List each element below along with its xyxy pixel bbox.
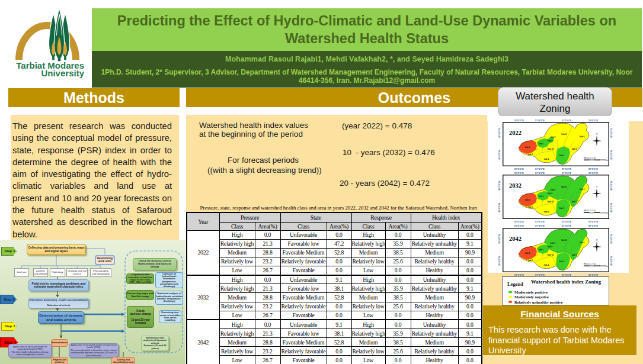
svg-text:36°5'0"N: 36°5'0"N (610, 256, 613, 266)
svg-text:2022: 2022 (509, 130, 522, 136)
svg-text:57°5'0"E: 57°5'0"E (535, 220, 545, 223)
svg-text:57°5'0"E: 57°5'0"E (562, 172, 571, 175)
svg-text:57°5'0"E: 57°5'0"E (514, 119, 524, 122)
svg-text:Sub-2: Sub-2 (572, 254, 577, 256)
svg-text:Sub-11: Sub-11 (561, 133, 567, 136)
svg-text:Sub-10: Sub-10 (548, 201, 554, 203)
svg-text:Km: Km (606, 265, 609, 268)
svg-text:57°5'0"E: 57°5'0"E (588, 167, 598, 170)
svg-text:57°5'0"E: 57°5'0"E (514, 172, 524, 175)
svg-text:36°5'0"N: 36°5'0"N (498, 203, 501, 212)
svg-text:Sub-9: Sub-9 (551, 136, 556, 138)
svg-text:Sub-10: Sub-10 (548, 148, 554, 150)
svg-text:57°5'0"E: 57°5'0"E (562, 220, 571, 223)
svg-text:Sub-1: Sub-1 (539, 143, 544, 145)
svg-text:Sub-5: Sub-5 (528, 259, 533, 262)
svg-text:Sub-2: Sub-2 (572, 148, 577, 150)
svg-text:57°5'0"E: 57°5'0"E (514, 167, 524, 170)
svg-text:Sub-9: Sub-9 (551, 189, 556, 191)
svg-text:Sub-4: Sub-4 (580, 136, 585, 138)
svg-text:Sub-6: Sub-6 (525, 252, 530, 255)
svg-text:Sub-3: Sub-3 (559, 207, 565, 210)
svg-text:57°5'0"E: 57°5'0"E (588, 172, 598, 175)
svg-text:Sub-8: Sub-8 (548, 140, 553, 142)
svg-text:Sub-4: Sub-4 (544, 264, 549, 266)
svg-text:57°5'0"E: 57°5'0"E (588, 220, 598, 223)
svg-text:2032: 2032 (509, 182, 522, 189)
svg-text:36°5'0"N: 36°5'0"N (610, 203, 613, 212)
svg-text:57°5'0"E: 57°5'0"E (562, 119, 571, 122)
svg-text:57°5'0"E: 57°5'0"E (588, 119, 598, 122)
svg-text:36°5'0"N: 36°5'0"N (610, 181, 613, 191)
svg-text:Sub-5: Sub-5 (528, 153, 533, 156)
svg-text:Sub-6: Sub-6 (525, 146, 530, 149)
svg-text:36°5'0"N: 36°5'0"N (610, 128, 613, 138)
svg-text:Sub-3: Sub-3 (559, 154, 565, 157)
svg-text:36°5'0"N: 36°5'0"N (498, 150, 501, 160)
svg-text:Sub-4: Sub-4 (580, 241, 585, 244)
svg-text:36°5'0"N: 36°5'0"N (610, 150, 613, 160)
svg-text:57°5'0"E: 57°5'0"E (562, 224, 571, 227)
svg-text:Sub-11: Sub-11 (561, 239, 567, 241)
svg-text:Sub-4: Sub-4 (544, 211, 549, 213)
svg-text:Moderately positive: Moderately positive (514, 290, 548, 294)
svg-text:57°5'0"E: 57°5'0"E (514, 220, 524, 223)
svg-text:Sub-6: Sub-6 (525, 199, 530, 201)
svg-text:Relatively unhealthy positive: Relatively unhealthy positive (514, 300, 562, 304)
svg-text:0 0.5 1 2 3 4: 0 0.5 1 2 3 4 (584, 157, 596, 159)
svg-text:Sub-5: Sub-5 (528, 206, 533, 208)
svg-text:36°5'0"N: 36°5'0"N (498, 256, 501, 266)
svg-text:Sub-4: Sub-4 (544, 158, 549, 160)
svg-text:Sub-8: Sub-8 (548, 246, 553, 248)
svg-text:Sub-4: Sub-4 (580, 188, 585, 191)
svg-text:Sub-2: Sub-2 (572, 201, 577, 203)
svg-text:Sub-11: Sub-11 (561, 186, 567, 188)
svg-text:Sub-9: Sub-9 (551, 242, 556, 244)
svg-text:Sub-8: Sub-8 (548, 192, 553, 195)
svg-text:Moderately negative: Moderately negative (514, 295, 549, 299)
svg-text:36°5'0"N: 36°5'0"N (498, 128, 501, 138)
svg-text:0 0.5 1 2 3 4: 0 0.5 1 2 3 4 (584, 210, 596, 212)
svg-text:2042: 2042 (509, 236, 522, 242)
svg-text:Sub-1: Sub-1 (539, 249, 544, 251)
svg-text:Sub-3: Sub-3 (559, 260, 565, 263)
svg-text:36°5'0"N: 36°5'0"N (498, 234, 501, 244)
svg-text:Sub-1: Sub-1 (539, 195, 544, 198)
svg-text:36°5'0"N: 36°5'0"N (610, 234, 613, 244)
svg-text:0 0.5 1 2 3 4: 0 0.5 1 2 3 4 (584, 263, 596, 265)
svg-text:57°5'0"E: 57°5'0"E (535, 167, 545, 170)
svg-text:57°5'0"E: 57°5'0"E (535, 119, 545, 122)
svg-text:57°5'0"E: 57°5'0"E (535, 224, 545, 227)
svg-text:57°5'0"E: 57°5'0"E (514, 224, 524, 227)
svg-text:57°5'0"E: 57°5'0"E (588, 224, 598, 227)
svg-text:36°5'0"N: 36°5'0"N (498, 181, 501, 191)
svg-text:University: University (41, 68, 84, 78)
svg-text:Sub-10: Sub-10 (548, 254, 554, 256)
svg-text:Km: Km (606, 212, 609, 214)
svg-text:Km: Km (606, 159, 609, 162)
svg-text:57°5'0"E: 57°5'0"E (562, 167, 571, 170)
svg-text:57°5'0"E: 57°5'0"E (535, 172, 545, 175)
